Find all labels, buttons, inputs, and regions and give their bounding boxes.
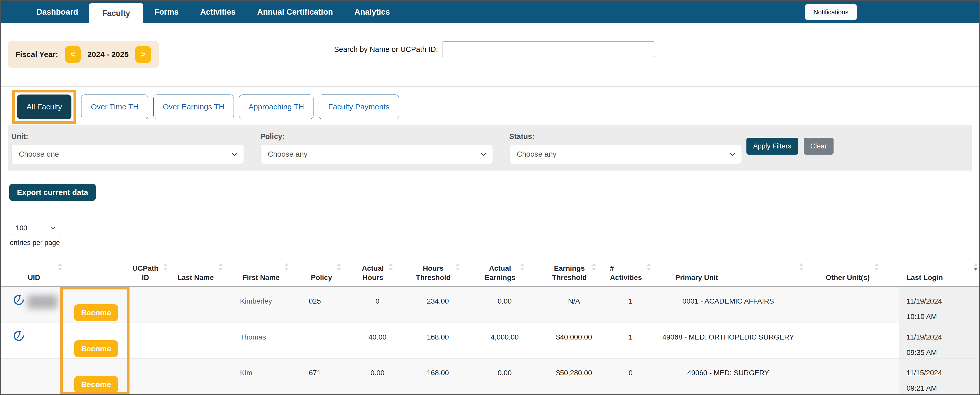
tab-faculty-payments[interactable]: Faculty Payments — [319, 95, 399, 119]
sort-icon[interactable] — [284, 263, 289, 271]
last-login-time: 09:35 AM — [907, 348, 980, 357]
sort-icon[interactable] — [337, 263, 341, 271]
last-login-date: 11/15/2024 — [907, 368, 980, 378]
nav-item-dashboard[interactable]: Dashboard — [26, 1, 89, 23]
view-tabs-row: All Faculty Over Time TH Over Earnings T… — [8, 90, 979, 124]
uid-cell — [1, 323, 63, 358]
last-login-time: 09:21 AM — [907, 384, 980, 393]
column-header-primary-unit[interactable]: Primary Unit — [651, 251, 805, 286]
activities-cell: 0 — [610, 359, 651, 394]
hours-threshold-cell: 168.00 — [404, 359, 471, 394]
apply-filters-button[interactable]: Apply Filters — [746, 138, 798, 155]
entries-per-page-label: entries per page — [10, 239, 979, 247]
column-header-actual-hours[interactable]: ActualHours — [350, 251, 404, 286]
sort-icon-descending[interactable] — [973, 263, 978, 271]
column-header-first-name[interactable]: First Name — [230, 251, 302, 286]
column-header-last-name[interactable]: Last Name — [170, 251, 230, 286]
become-button[interactable]: Become — [74, 376, 118, 393]
column-header-actual-earnings[interactable]: ActualEarnings — [471, 251, 538, 286]
column-header-uid[interactable]: UID — [1, 251, 63, 286]
policy-cell — [302, 323, 350, 358]
become-button[interactable]: Become — [74, 340, 118, 357]
primary-unit-cell: 49060 - MED: SURGERY — [651, 359, 805, 394]
sort-icon[interactable] — [592, 263, 596, 271]
sort-icon[interactable] — [388, 263, 393, 271]
last-login-time: 10:10 AM — [907, 312, 980, 321]
filter-panel: Unit: Choose one Policy: Choose any Stat… — [8, 125, 972, 171]
nav-item-activities[interactable]: Activities — [189, 1, 247, 23]
fiscal-year-row: Fiscal Year: < 2024 - 2025 > Search by N… — [8, 41, 972, 68]
hours-threshold-cell: 168.00 — [404, 323, 471, 358]
become-button[interactable]: Become — [74, 305, 118, 321]
history-clock-icon[interactable] — [13, 294, 25, 308]
earnings-threshold-cell: N/A — [538, 287, 610, 322]
column-header-policy[interactable]: Policy — [302, 251, 350, 286]
tab-all-faculty[interactable]: All Faculty — [17, 95, 72, 119]
policy-filter-group: Policy: Choose any — [260, 132, 493, 164]
sort-icon[interactable] — [57, 263, 62, 271]
policy-select[interactable]: Choose any — [260, 145, 493, 164]
sort-icon[interactable] — [646, 263, 651, 271]
column-header-hours-threshold[interactable]: HoursThreshold — [404, 251, 471, 286]
sort-icon[interactable] — [799, 263, 804, 271]
tab-over-time-th[interactable]: Over Time TH — [81, 95, 148, 119]
actual-hours-cell: 0.00 — [350, 359, 404, 394]
search-input[interactable] — [442, 41, 655, 57]
app-window: Dashboard Faculty Forms Activities Annua… — [0, 0, 980, 395]
ucpath-id-cell — [129, 287, 170, 322]
export-current-data-button[interactable]: Export current data — [9, 184, 96, 201]
first-name-cell: Kim — [230, 359, 302, 394]
activities-cell: 1 — [610, 287, 651, 322]
clear-filters-button[interactable]: Clear — [804, 138, 834, 155]
last-name-cell — [170, 359, 230, 394]
tab-approaching-th[interactable]: Approaching TH — [239, 95, 313, 119]
fiscal-year-value: 2024 - 2025 — [88, 50, 129, 59]
column-header-earnings-threshold[interactable]: EarningsThreshold — [538, 251, 610, 286]
sort-icon[interactable] — [455, 263, 460, 271]
table-row: Become Kimberley 025 0 234.00 0.00 N/A 1… — [1, 287, 979, 322]
page-size-select[interactable]: 100 — [10, 221, 60, 235]
status-filter-label: Status: — [509, 132, 742, 141]
ucpath-id-cell — [129, 323, 170, 358]
earnings-threshold-cell: $50,280.00 — [538, 359, 610, 394]
sort-icon[interactable] — [520, 263, 525, 271]
sort-icon[interactable] — [163, 263, 168, 271]
nav-item-forms[interactable]: Forms — [143, 1, 189, 23]
status-select[interactable]: Choose any — [509, 145, 742, 164]
actual-earnings-cell: 0.00 — [471, 359, 538, 394]
column-header-other-units[interactable]: Other Unit(s) — [805, 251, 899, 286]
last-login-date: 11/19/2024 — [907, 333, 980, 342]
actual-earnings-cell: 0.00 — [471, 287, 538, 322]
chevron-down-icon — [232, 151, 237, 156]
policy-filter-label: Policy: — [260, 132, 493, 141]
sort-icon[interactable] — [874, 263, 879, 271]
column-header-ucpath-id[interactable]: UCPathID — [129, 251, 170, 286]
fiscal-year-next-button[interactable]: > — [135, 46, 151, 63]
earnings-threshold-cell: $40,000.00 — [538, 323, 610, 358]
column-header-activities[interactable]: #Activities — [610, 251, 651, 286]
column-header-last-login[interactable]: Last Login — [899, 251, 980, 286]
table-row: Become Kim 671 0.00 168.00 0.00 $50,280.… — [1, 358, 979, 394]
history-clock-icon[interactable] — [13, 330, 25, 344]
faculty-table: UID UCPathID Last Name First Name Policy — [1, 251, 979, 394]
chevron-down-icon — [730, 151, 735, 156]
redacted-uid — [27, 295, 57, 309]
last-name-cell — [170, 323, 230, 358]
first-name-link[interactable]: Kimberley — [240, 297, 272, 305]
unit-select[interactable]: Choose one — [11, 145, 244, 164]
tab-over-earnings-th[interactable]: Over Earnings TH — [153, 95, 234, 119]
nav-item-annual-certification[interactable]: Annual Certification — [247, 1, 344, 23]
nav-item-analytics[interactable]: Analytics — [344, 1, 401, 23]
first-name-link[interactable]: Kim — [240, 369, 252, 377]
sort-icon[interactable] — [218, 263, 223, 271]
last-login-cell: 11/19/2024 10:10 AM — [899, 287, 980, 322]
nav-item-faculty[interactable]: Faculty — [89, 3, 144, 27]
fiscal-year-prev-button[interactable]: < — [65, 46, 81, 63]
column-header-become — [63, 251, 129, 286]
become-cell: Become — [63, 323, 129, 358]
actual-hours-cell: 0 — [350, 287, 404, 322]
chevron-down-icon — [481, 151, 486, 156]
first-name-link[interactable]: Thomas — [240, 333, 266, 341]
notifications-button[interactable]: Notifications — [805, 4, 857, 20]
chevron-down-icon — [51, 225, 55, 230]
